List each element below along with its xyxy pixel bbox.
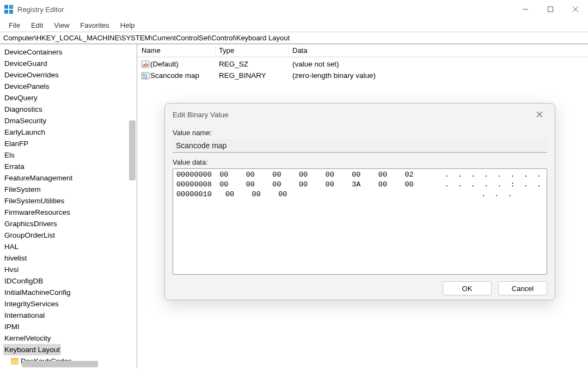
window-title: Registry Editor	[17, 5, 64, 14]
svg-point-4	[10, 5, 13, 8]
svg-text:110: 110	[143, 76, 148, 79]
tree-item[interactable]: FileSystem	[3, 184, 137, 195]
tree-item[interactable]: FeatureManagement	[3, 172, 137, 184]
menu-bar: File Edit View Favorites Help	[0, 19, 588, 32]
horizontal-scroll-thumb[interactable]	[22, 361, 98, 367]
tree-item[interactable]: DeviceContainers	[3, 46, 137, 58]
svg-rect-3	[9, 10, 13, 14]
tree-item[interactable]: GraphicsDrivers	[3, 218, 137, 229]
tree-item[interactable]: Diagnostics	[3, 104, 137, 115]
folder-icon	[11, 358, 19, 365]
tree-item[interactable]: GroupOrderList	[3, 229, 137, 241]
menu-favorites[interactable]: Favorites	[76, 20, 113, 31]
tree-item[interactable]: DeviceGuard	[3, 58, 137, 69]
window-controls	[513, 0, 588, 19]
tree-item[interactable]: FirmwareResources	[3, 207, 137, 218]
cancel-button[interactable]: Cancel	[498, 281, 547, 295]
list-header[interactable]: Name Type Data	[137, 44, 588, 57]
tree-item[interactable]: InitialMachineConfig	[3, 287, 137, 298]
minimize-button[interactable]	[513, 0, 538, 19]
svg-text:ab: ab	[143, 62, 149, 68]
hex-ascii: . . . . . . . .	[444, 170, 543, 180]
hex-bytes: 00 00 00 00 00 00 00 02	[219, 170, 444, 180]
hex-bytes: 00 00 00	[225, 190, 481, 199]
hex-editor[interactable]: 0000000000 00 00 00 00 00 00 02. . . . .…	[173, 168, 547, 275]
tree-item[interactable]: IPMI	[3, 321, 137, 332]
tree-item[interactable]: ElanFP	[3, 138, 137, 149]
tree-item[interactable]: DevicePanels	[3, 81, 137, 92]
value-name-label: Value name:	[173, 129, 547, 137]
dialog-close-button[interactable]	[532, 108, 547, 121]
hex-offset: 00000010	[176, 190, 225, 199]
tree-item[interactable]: Els	[3, 149, 137, 161]
hex-bytes: 00 00 00 00 00 3A 00 00	[219, 180, 444, 190]
address-bar[interactable]: Computer\HKEY_LOCAL_MACHINE\SYSTEM\Curre…	[0, 32, 588, 44]
tree-item[interactable]: Hvsi	[3, 264, 137, 275]
column-data[interactable]: Data	[289, 46, 588, 55]
maximize-button[interactable]	[538, 0, 563, 19]
vertical-scroll-thumb[interactable]	[129, 120, 136, 180]
value-data-label: Value data:	[173, 158, 547, 166]
value-name: (Default)	[150, 60, 216, 68]
value-row[interactable]: ab(Default)REG_SZ(value not set)	[140, 58, 588, 70]
value-name-field[interactable]: Scancode map	[173, 139, 547, 153]
value-type: REG_SZ	[216, 60, 289, 68]
edit-binary-dialog: Edit Binary Value Value name: Scancode m…	[164, 103, 555, 300]
tree-item[interactable]: IntegrityServices	[3, 298, 137, 310]
tree-item[interactable]: Keyboard Layout	[3, 344, 61, 355]
value-data: (value not set)	[289, 60, 339, 68]
tree-item[interactable]: EarlyLaunch	[3, 126, 137, 138]
column-name[interactable]: Name	[140, 46, 216, 55]
tree-item[interactable]: DevQuery	[3, 92, 137, 104]
menu-view[interactable]: View	[50, 20, 74, 31]
menu-file[interactable]: File	[4, 20, 24, 31]
hex-ascii: . . . . . : . .	[444, 180, 543, 190]
menu-edit[interactable]: Edit	[27, 20, 47, 31]
hex-row[interactable]: 0000001000 00 00. . .	[176, 190, 543, 199]
tree-item[interactable]: DmaSecurity	[3, 115, 137, 126]
tree-item[interactable]: KernelVelocity	[3, 332, 137, 344]
hex-ascii: . . .	[481, 190, 543, 199]
value-row[interactable]: 011110Scancode mapREG_BINARY(zero-length…	[140, 70, 588, 81]
hex-offset: 00000000	[176, 170, 219, 180]
hex-row[interactable]: 0000000800 00 00 00 00 3A 00 00. . . . .…	[176, 180, 543, 190]
title-bar: Registry Editor	[0, 0, 588, 19]
value-name: Scancode map	[150, 71, 216, 80]
close-button[interactable]	[563, 0, 588, 19]
string-icon: ab	[140, 60, 150, 69]
hex-offset: 00000008	[176, 180, 219, 190]
tree-item[interactable]: IDConfigDB	[3, 275, 137, 287]
svg-rect-0	[4, 5, 8, 9]
svg-rect-2	[4, 10, 8, 14]
value-data: (zero-length binary value)	[289, 71, 376, 80]
tree-pane[interactable]: DeviceContainersDeviceGuardDeviceOverrid…	[0, 44, 137, 368]
tree-item[interactable]: HAL	[3, 241, 137, 252]
tree-item[interactable]: DeviceOverrides	[3, 69, 137, 81]
column-type[interactable]: Type	[216, 46, 289, 55]
hex-row[interactable]: 0000000000 00 00 00 00 00 00 02. . . . .…	[176, 170, 543, 180]
menu-help[interactable]: Help	[116, 20, 139, 31]
tree-item[interactable]: International	[3, 310, 137, 321]
tree-item[interactable]: hivelist	[3, 252, 137, 264]
value-type: REG_BINARY	[216, 71, 289, 80]
tree-item[interactable]: Errata	[3, 161, 137, 172]
tree-item[interactable]: FileSystemUtilities	[3, 195, 137, 207]
svg-rect-6	[548, 7, 553, 12]
ok-button[interactable]: OK	[443, 281, 492, 295]
dialog-title-bar: Edit Binary Value	[165, 104, 555, 124]
app-icon	[4, 5, 13, 14]
binary-icon: 011110	[140, 71, 150, 80]
dialog-title: Edit Binary Value	[173, 111, 229, 119]
